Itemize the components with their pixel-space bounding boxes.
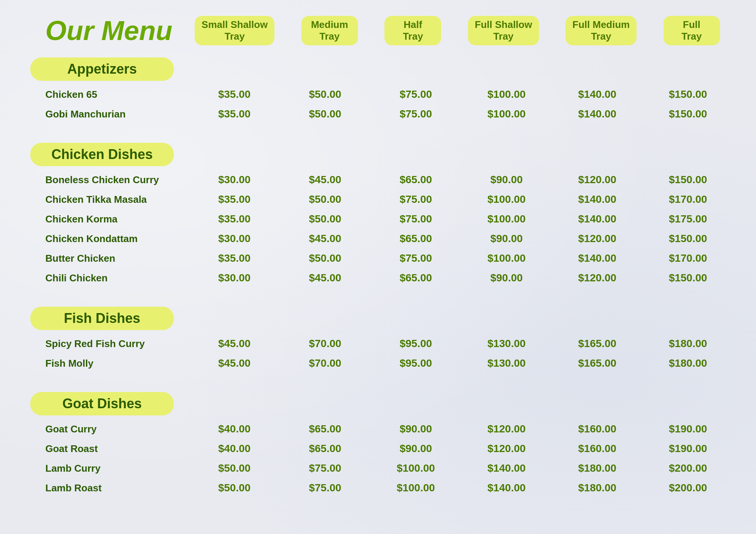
menu-item-row: Goat Roast$40.00$65.00$90.00$120.00$160.… xyxy=(30,439,733,458)
price-cell: $140.00 xyxy=(569,252,626,264)
price-cell: $75.00 xyxy=(297,482,353,494)
price-cell: $50.00 xyxy=(206,482,263,494)
col-header-full-shallow: Full ShallowTray xyxy=(468,16,539,45)
category-label-goat-dishes: Goat Dishes xyxy=(30,392,174,415)
item-prices: $50.00$75.00$100.00$140.00$180.00$200.00 xyxy=(189,482,733,494)
menu-item-row: Chicken 65$35.00$50.00$75.00$100.00$140.… xyxy=(30,85,733,104)
price-cell: $180.00 xyxy=(660,338,716,350)
price-cell: $100.00 xyxy=(387,482,444,494)
menu-item-row: Fish Molly$45.00$70.00$95.00$130.00$165.… xyxy=(30,353,733,373)
page-title: Our Menu xyxy=(23,15,181,46)
price-cell: $45.00 xyxy=(206,357,263,369)
price-cell: $65.00 xyxy=(387,233,444,245)
price-cell: $150.00 xyxy=(660,233,716,245)
price-cell: $90.00 xyxy=(387,423,444,435)
price-cell: $50.00 xyxy=(297,88,353,100)
category-header-goat-dishes: Goat Dishes xyxy=(30,392,733,415)
item-prices: $30.00$45.00$65.00$90.00$120.00$150.00 xyxy=(189,174,733,186)
price-cell: $140.00 xyxy=(569,193,626,205)
price-cell: $35.00 xyxy=(206,193,263,205)
item-prices: $45.00$70.00$95.00$130.00$165.00$180.00 xyxy=(189,338,733,350)
price-cell: $120.00 xyxy=(569,233,626,245)
price-cell: $200.00 xyxy=(660,462,716,474)
price-cell: $45.00 xyxy=(297,272,353,284)
category-header-appetizers: Appetizers xyxy=(30,57,733,81)
price-cell: $75.00 xyxy=(387,108,444,120)
col-header-full-medium: Full MediumTray xyxy=(565,16,637,45)
price-cell: $150.00 xyxy=(660,88,716,100)
price-cell: $150.00 xyxy=(660,174,716,186)
price-cell: $50.00 xyxy=(297,213,353,225)
item-name: Gobi Manchurian xyxy=(30,108,189,120)
menu-item-row: Lamb Roast$50.00$75.00$100.00$140.00$180… xyxy=(30,478,733,498)
price-cell: $90.00 xyxy=(387,443,444,455)
price-cell: $130.00 xyxy=(478,338,535,350)
item-prices: $35.00$50.00$75.00$100.00$140.00$175.00 xyxy=(189,213,733,225)
menu-item-row: Lamb Curry$50.00$75.00$100.00$140.00$180… xyxy=(30,458,733,478)
price-cell: $100.00 xyxy=(478,88,535,100)
price-cell: $70.00 xyxy=(297,357,353,369)
price-cell: $50.00 xyxy=(206,462,263,474)
menu-item-row: Chicken Tikka Masala$35.00$50.00$75.00$1… xyxy=(30,190,733,209)
col-header-medium: MediumTray xyxy=(301,16,358,45)
item-name: Butter Chicken xyxy=(30,253,189,264)
price-cell: $90.00 xyxy=(478,272,535,284)
price-cell: $190.00 xyxy=(660,443,716,455)
menu-item-row: Chicken Kondattam$30.00$45.00$65.00$90.0… xyxy=(30,229,733,248)
price-cell: $45.00 xyxy=(206,338,263,350)
col-header-half: HalfTray xyxy=(384,16,441,45)
item-prices: $35.00$50.00$75.00$100.00$140.00$150.00 xyxy=(189,108,733,120)
price-cell: $100.00 xyxy=(478,252,535,264)
item-name: Fish Molly xyxy=(30,358,189,369)
price-cell: $180.00 xyxy=(569,462,626,474)
item-prices: $40.00$65.00$90.00$120.00$160.00$190.00 xyxy=(189,443,733,455)
item-name: Spicy Red Fish Curry xyxy=(30,338,189,350)
price-cell: $75.00 xyxy=(387,88,444,100)
price-cell: $75.00 xyxy=(387,213,444,225)
category-label-fish-dishes: Fish Dishes xyxy=(30,307,174,330)
price-cell: $75.00 xyxy=(387,193,444,205)
menu-item-row: Boneless Chicken Curry$30.00$45.00$65.00… xyxy=(30,170,733,190)
menu-content: AppetizersChicken 65$35.00$50.00$75.00$1… xyxy=(23,57,733,505)
price-cell: $95.00 xyxy=(387,338,444,350)
price-cell: $160.00 xyxy=(569,443,626,455)
item-name: Chicken Korma xyxy=(30,213,189,225)
item-name: Chicken Tikka Masala xyxy=(30,194,189,205)
item-prices: $45.00$70.00$95.00$130.00$165.00$180.00 xyxy=(189,357,733,369)
price-cell: $120.00 xyxy=(569,272,626,284)
col-header-full: FullTray xyxy=(663,16,720,45)
price-cell: $180.00 xyxy=(660,357,716,369)
item-prices: $35.00$50.00$75.00$100.00$140.00$170.00 xyxy=(189,193,733,205)
price-cell: $190.00 xyxy=(660,423,716,435)
item-prices: $50.00$75.00$100.00$140.00$180.00$200.00 xyxy=(189,462,733,474)
price-cell: $160.00 xyxy=(569,423,626,435)
menu-item-row: Spicy Red Fish Curry$45.00$70.00$95.00$1… xyxy=(30,334,733,353)
price-cell: $65.00 xyxy=(387,272,444,284)
price-cell: $95.00 xyxy=(387,357,444,369)
item-prices: $30.00$45.00$65.00$90.00$120.00$150.00 xyxy=(189,233,733,245)
item-prices: $35.00$50.00$75.00$100.00$140.00$150.00 xyxy=(189,88,733,100)
item-name: Chili Chicken xyxy=(30,272,189,284)
price-cell: $150.00 xyxy=(660,272,716,284)
item-name: Lamb Curry xyxy=(30,463,189,474)
price-cell: $140.00 xyxy=(569,108,626,120)
price-cell: $100.00 xyxy=(387,462,444,474)
menu-item-row: Gobi Manchurian$35.00$50.00$75.00$100.00… xyxy=(30,104,733,124)
item-name: Chicken 65 xyxy=(30,89,189,100)
price-cell: $45.00 xyxy=(297,233,353,245)
item-name: Lamb Roast xyxy=(30,482,189,494)
column-headers: Small ShallowTray MediumTray HalfTray Fu… xyxy=(181,16,733,45)
price-cell: $100.00 xyxy=(478,193,535,205)
item-name: Chicken Kondattam xyxy=(30,233,189,245)
price-cell: $90.00 xyxy=(478,174,535,186)
item-name: Boneless Chicken Curry xyxy=(30,174,189,186)
price-cell: $165.00 xyxy=(569,338,626,350)
price-cell: $130.00 xyxy=(478,357,535,369)
price-cell: $50.00 xyxy=(297,252,353,264)
price-cell: $35.00 xyxy=(206,108,263,120)
price-cell: $120.00 xyxy=(569,174,626,186)
price-cell: $170.00 xyxy=(660,193,716,205)
price-cell: $35.00 xyxy=(206,213,263,225)
menu-item-row: Goat Curry$40.00$65.00$90.00$120.00$160.… xyxy=(30,419,733,439)
col-header-small-shallow: Small ShallowTray xyxy=(195,16,274,45)
